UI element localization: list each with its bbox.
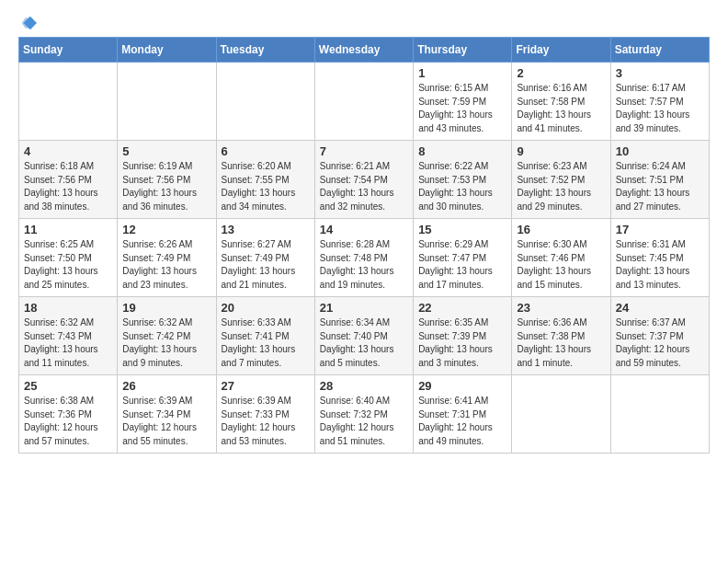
calendar-week-row: 1Sunrise: 6:15 AM Sunset: 7:59 PM Daylig… — [19, 63, 710, 141]
calendar-cell: 4Sunrise: 6:18 AM Sunset: 7:56 PM Daylig… — [19, 141, 118, 219]
day-number: 1 — [418, 66, 506, 80]
day-number: 11 — [24, 223, 112, 236]
day-number: 15 — [418, 223, 506, 236]
day-content: Sunrise: 6:20 AM Sunset: 7:55 PM Dayligh… — [222, 160, 310, 213]
calendar-cell: 9Sunrise: 6:23 AM Sunset: 7:52 PM Daylig… — [512, 141, 610, 219]
calendar-header-row: SundayMondayTuesdayWednesdayThursdayFrid… — [19, 38, 710, 63]
day-number: 21 — [320, 301, 408, 315]
day-content: Sunrise: 6:32 AM Sunset: 7:42 PM Dayligh… — [122, 316, 210, 370]
calendar-cell: 27Sunrise: 6:39 AM Sunset: 7:33 PM Dayli… — [216, 375, 314, 454]
day-number: 3 — [616, 66, 704, 80]
day-content: Sunrise: 6:36 AM Sunset: 7:38 PM Dayligh… — [517, 316, 605, 370]
day-number: 6 — [222, 144, 310, 158]
calendar-cell: 10Sunrise: 6:24 AM Sunset: 7:51 PM Dayli… — [610, 141, 709, 219]
day-number: 28 — [320, 379, 408, 393]
day-number: 17 — [616, 223, 704, 236]
day-content: Sunrise: 6:32 AM Sunset: 7:43 PM Dayligh… — [24, 316, 112, 370]
day-number: 19 — [122, 301, 210, 315]
day-content: Sunrise: 6:17 AM Sunset: 7:57 PM Dayligh… — [616, 82, 704, 135]
calendar-cell: 20Sunrise: 6:33 AM Sunset: 7:41 PM Dayli… — [216, 297, 314, 375]
day-number: 2 — [517, 66, 605, 80]
calendar-week-row: 11Sunrise: 6:25 AM Sunset: 7:50 PM Dayli… — [19, 219, 710, 297]
day-content: Sunrise: 6:23 AM Sunset: 7:52 PM Dayligh… — [517, 160, 605, 213]
calendar-cell: 5Sunrise: 6:19 AM Sunset: 7:56 PM Daylig… — [118, 141, 216, 219]
calendar-cell: 8Sunrise: 6:22 AM Sunset: 7:53 PM Daylig… — [414, 141, 512, 219]
day-number: 22 — [418, 301, 506, 315]
day-content: Sunrise: 6:41 AM Sunset: 7:31 PM Dayligh… — [418, 395, 506, 448]
calendar-cell — [118, 63, 216, 141]
header-day-saturday: Saturday — [610, 38, 709, 63]
day-number: 29 — [418, 379, 506, 393]
calendar-cell: 6Sunrise: 6:20 AM Sunset: 7:55 PM Daylig… — [216, 141, 314, 219]
day-number: 18 — [24, 301, 112, 315]
day-number: 25 — [24, 379, 112, 393]
calendar-cell: 29Sunrise: 6:41 AM Sunset: 7:31 PM Dayli… — [414, 375, 512, 454]
calendar-cell: 13Sunrise: 6:27 AM Sunset: 7:49 PM Dayli… — [216, 219, 314, 297]
calendar-cell — [216, 63, 314, 141]
day-content: Sunrise: 6:22 AM Sunset: 7:53 PM Dayligh… — [418, 160, 506, 213]
day-number: 8 — [418, 144, 506, 158]
calendar-cell: 2Sunrise: 6:16 AM Sunset: 7:58 PM Daylig… — [512, 63, 610, 141]
calendar-cell: 11Sunrise: 6:25 AM Sunset: 7:50 PM Dayli… — [19, 219, 118, 297]
calendar-cell: 23Sunrise: 6:36 AM Sunset: 7:38 PM Dayli… — [512, 297, 610, 375]
header-day-thursday: Thursday — [414, 38, 512, 63]
header-day-tuesday: Tuesday — [216, 38, 314, 63]
day-content: Sunrise: 6:16 AM Sunset: 7:58 PM Dayligh… — [517, 82, 605, 135]
calendar-cell: 22Sunrise: 6:35 AM Sunset: 7:39 PM Dayli… — [414, 297, 512, 375]
day-content: Sunrise: 6:34 AM Sunset: 7:40 PM Dayligh… — [320, 316, 408, 370]
calendar-cell: 15Sunrise: 6:29 AM Sunset: 7:47 PM Dayli… — [414, 219, 512, 297]
day-number: 23 — [517, 301, 605, 315]
day-content: Sunrise: 6:30 AM Sunset: 7:46 PM Dayligh… — [517, 238, 605, 292]
day-content: Sunrise: 6:21 AM Sunset: 7:54 PM Dayligh… — [320, 160, 408, 213]
day-content: Sunrise: 6:39 AM Sunset: 7:34 PM Dayligh… — [122, 395, 210, 448]
header-day-friday: Friday — [512, 38, 610, 63]
day-content: Sunrise: 6:35 AM Sunset: 7:39 PM Dayligh… — [418, 316, 506, 370]
calendar-cell: 7Sunrise: 6:21 AM Sunset: 7:54 PM Daylig… — [314, 141, 413, 219]
header-area — [18, 15, 710, 31]
day-content: Sunrise: 6:40 AM Sunset: 7:32 PM Dayligh… — [320, 395, 408, 448]
day-number: 10 — [616, 144, 704, 158]
day-content: Sunrise: 6:33 AM Sunset: 7:41 PM Dayligh… — [222, 316, 310, 370]
calendar-cell: 3Sunrise: 6:17 AM Sunset: 7:57 PM Daylig… — [610, 63, 709, 141]
calendar-cell — [19, 63, 118, 141]
calendar-cell: 12Sunrise: 6:26 AM Sunset: 7:49 PM Dayli… — [118, 219, 216, 297]
day-number: 7 — [320, 144, 408, 158]
day-number: 4 — [24, 144, 112, 158]
day-number: 5 — [122, 144, 210, 158]
day-number: 12 — [122, 223, 210, 236]
day-number: 20 — [222, 301, 310, 315]
day-number: 27 — [222, 379, 310, 393]
calendar-week-row: 4Sunrise: 6:18 AM Sunset: 7:56 PM Daylig… — [19, 141, 710, 219]
day-content: Sunrise: 6:28 AM Sunset: 7:48 PM Dayligh… — [320, 238, 408, 292]
header-day-monday: Monday — [118, 38, 216, 63]
calendar-cell: 28Sunrise: 6:40 AM Sunset: 7:32 PM Dayli… — [314, 375, 413, 454]
day-content: Sunrise: 6:15 AM Sunset: 7:59 PM Dayligh… — [418, 82, 506, 135]
day-number: 16 — [517, 223, 605, 236]
day-content: Sunrise: 6:37 AM Sunset: 7:37 PM Dayligh… — [616, 316, 704, 370]
logo-icon — [20, 15, 37, 31]
day-number: 9 — [517, 144, 605, 158]
calendar-cell: 19Sunrise: 6:32 AM Sunset: 7:42 PM Dayli… — [118, 297, 216, 375]
day-content: Sunrise: 6:18 AM Sunset: 7:56 PM Dayligh… — [24, 160, 112, 213]
day-number: 24 — [616, 301, 704, 315]
day-content: Sunrise: 6:38 AM Sunset: 7:36 PM Dayligh… — [24, 395, 112, 448]
calendar-cell: 21Sunrise: 6:34 AM Sunset: 7:40 PM Dayli… — [314, 297, 413, 375]
day-number: 26 — [122, 379, 210, 393]
calendar-cell: 24Sunrise: 6:37 AM Sunset: 7:37 PM Dayli… — [610, 297, 709, 375]
calendar-cell: 17Sunrise: 6:31 AM Sunset: 7:45 PM Dayli… — [610, 219, 709, 297]
day-content: Sunrise: 6:31 AM Sunset: 7:45 PM Dayligh… — [616, 238, 704, 292]
calendar-cell: 16Sunrise: 6:30 AM Sunset: 7:46 PM Dayli… — [512, 219, 610, 297]
header-day-sunday: Sunday — [19, 38, 118, 63]
day-content: Sunrise: 6:27 AM Sunset: 7:49 PM Dayligh… — [222, 238, 310, 292]
calendar-table: SundayMondayTuesdayWednesdayThursdayFrid… — [18, 37, 710, 454]
header-day-wednesday: Wednesday — [314, 38, 413, 63]
calendar-cell — [512, 375, 610, 454]
day-content: Sunrise: 6:39 AM Sunset: 7:33 PM Dayligh… — [222, 395, 310, 448]
calendar-week-row: 25Sunrise: 6:38 AM Sunset: 7:36 PM Dayli… — [19, 375, 710, 454]
day-content: Sunrise: 6:26 AM Sunset: 7:49 PM Dayligh… — [122, 238, 210, 292]
calendar-cell: 14Sunrise: 6:28 AM Sunset: 7:48 PM Dayli… — [314, 219, 413, 297]
calendar-cell — [314, 63, 413, 141]
calendar-cell: 18Sunrise: 6:32 AM Sunset: 7:43 PM Dayli… — [19, 297, 118, 375]
day-content: Sunrise: 6:19 AM Sunset: 7:56 PM Dayligh… — [122, 160, 210, 213]
day-content: Sunrise: 6:25 AM Sunset: 7:50 PM Dayligh… — [24, 238, 112, 292]
